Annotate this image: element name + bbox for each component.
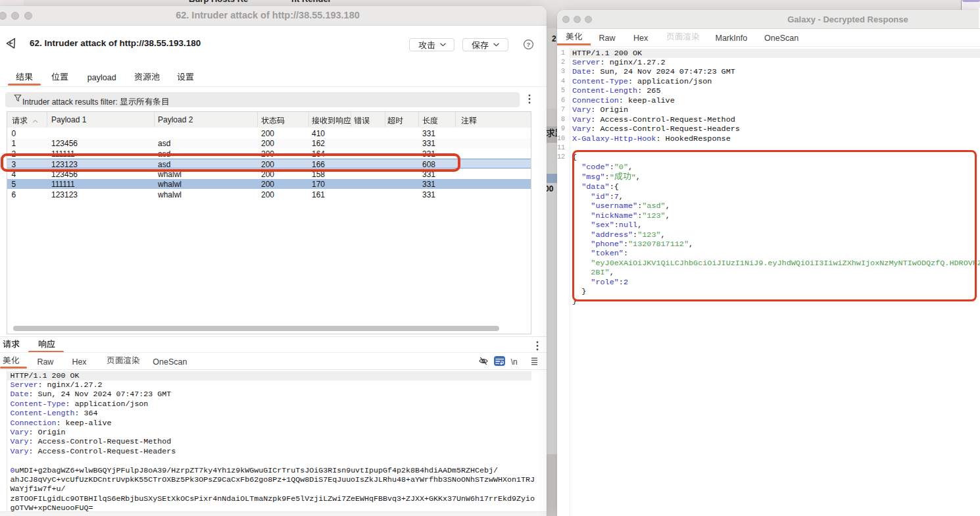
svg-text:?: ? xyxy=(527,41,531,48)
